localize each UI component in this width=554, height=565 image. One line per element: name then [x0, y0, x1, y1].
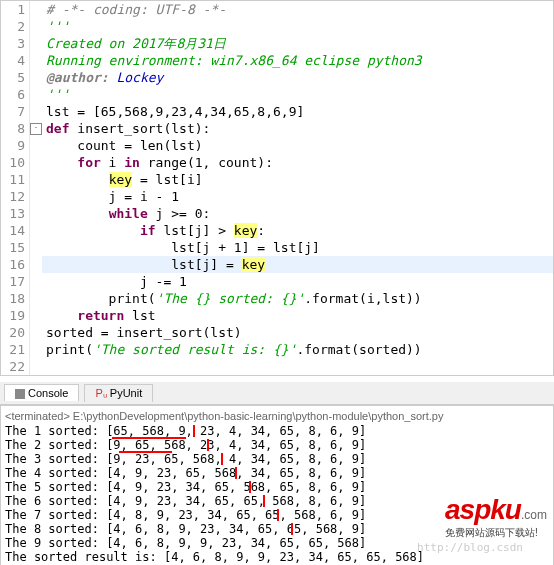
- console-line: The 6 sorted: [4, 9, 23, 34, 65, 65, 568…: [5, 494, 549, 508]
- code-line[interactable]: 4Running environment: win7.x86_64 eclips…: [1, 52, 553, 69]
- terminated-label: <terminated> E:\pythonDevelopment\python…: [5, 408, 549, 424]
- line-number: 10: [1, 154, 30, 171]
- code-content: lst[j] = key: [42, 256, 265, 273]
- code-content: # -*- coding: UTF-8 -*-: [42, 1, 226, 18]
- console-view[interactable]: <terminated> E:\pythonDevelopment\python…: [0, 405, 554, 565]
- tab-pyunit-label: PyUnit: [110, 387, 142, 399]
- code-line[interactable]: 2''': [1, 18, 553, 35]
- line-number: 5: [1, 69, 30, 86]
- code-line[interactable]: 10 for i in range(1, count):: [1, 154, 553, 171]
- code-content: j = i - 1: [42, 188, 179, 205]
- code-line[interactable]: 9 count = len(lst): [1, 137, 553, 154]
- code-content: count = len(lst): [42, 137, 203, 154]
- line-number: 1: [1, 1, 30, 18]
- code-content: @author: Lockey: [42, 69, 163, 86]
- fold-marker: [30, 154, 42, 171]
- code-content: ''': [42, 86, 69, 103]
- code-content: j -= 1: [42, 273, 187, 290]
- bar-mark: [277, 509, 281, 521]
- bar-mark: [193, 425, 197, 437]
- fold-marker[interactable]: -: [30, 120, 42, 137]
- bar-mark: [207, 439, 211, 451]
- code-line[interactable]: 16 lst[j] = key: [1, 256, 553, 273]
- line-number: 15: [1, 239, 30, 256]
- code-content: if lst[j] > key:: [42, 222, 265, 239]
- code-content: def insert_sort(lst):: [42, 120, 210, 137]
- code-line[interactable]: 8-def insert_sort(lst):: [1, 120, 553, 137]
- line-number: 19: [1, 307, 30, 324]
- tab-console-label: Console: [28, 387, 68, 399]
- code-line[interactable]: 21print('The sorted result is: {}'.forma…: [1, 341, 553, 358]
- code-line[interactable]: 19 return lst: [1, 307, 553, 324]
- console-line: The 8 sorted: [4, 6, 8, 9, 23, 34, 65, 6…: [5, 522, 549, 536]
- line-number: 17: [1, 273, 30, 290]
- code-content: sorted = insert_sort(lst): [42, 324, 242, 341]
- console-line: The 2 sorted: [9, 65, 568, 23, 4, 34, 65…: [5, 438, 549, 452]
- code-content: for i in range(1, count):: [42, 154, 273, 171]
- line-number: 2: [1, 18, 30, 35]
- line-number: 9: [1, 137, 30, 154]
- line-number: 7: [1, 103, 30, 120]
- bar-mark: [249, 481, 253, 493]
- code-line[interactable]: 14 if lst[j] > key:: [1, 222, 553, 239]
- code-line[interactable]: 20sorted = insert_sort(lst): [1, 324, 553, 341]
- code-content: lst[j + 1] = lst[j]: [42, 239, 320, 256]
- fold-marker: [30, 18, 42, 35]
- code-line[interactable]: 13 while j >= 0:: [1, 205, 553, 222]
- line-number: 18: [1, 290, 30, 307]
- code-content: while j >= 0:: [42, 205, 210, 222]
- tab-pyunit[interactable]: Pᵤ PyUnit: [84, 384, 153, 402]
- fold-marker: [30, 69, 42, 86]
- line-number: 11: [1, 171, 30, 188]
- code-editor[interactable]: 1# -*- coding: UTF-8 -*-2'''3Created on …: [0, 0, 554, 376]
- code-content: Running environment: win7.x86_64 eclipse…: [42, 52, 422, 69]
- fold-marker: [30, 307, 42, 324]
- code-content: Created on 2017年8月31日: [42, 35, 226, 52]
- bar-mark: [221, 453, 225, 465]
- code-line[interactable]: 5@author: Lockey: [1, 69, 553, 86]
- console-line: The 4 sorted: [4, 9, 23, 65, 568, 34, 65…: [5, 466, 549, 480]
- console-line: The 5 sorted: [4, 9, 23, 34, 65, 568, 65…: [5, 480, 549, 494]
- fold-marker: [30, 137, 42, 154]
- code-line[interactable]: 17 j -= 1: [1, 273, 553, 290]
- fold-marker: [30, 1, 42, 18]
- code-line[interactable]: 18 print('The {} sorted: {}'.format(i,ls…: [1, 290, 553, 307]
- fold-marker: [30, 324, 42, 341]
- fold-marker: [30, 273, 42, 290]
- code-line[interactable]: 1# -*- coding: UTF-8 -*-: [1, 1, 553, 18]
- line-number: 20: [1, 324, 30, 341]
- line-number: 12: [1, 188, 30, 205]
- code-line[interactable]: 12 j = i - 1: [1, 188, 553, 205]
- code-content: print('The sorted result is: {}'.format(…: [42, 341, 422, 358]
- code-line[interactable]: 11 key = lst[i]: [1, 171, 553, 188]
- line-number: 14: [1, 222, 30, 239]
- fold-marker: [30, 358, 42, 375]
- fold-marker: [30, 239, 42, 256]
- line-number: 4: [1, 52, 30, 69]
- line-number: 6: [1, 86, 30, 103]
- fold-marker: [30, 205, 42, 222]
- fold-marker: [30, 256, 42, 273]
- code-line[interactable]: 3Created on 2017年8月31日: [1, 35, 553, 52]
- pyunit-icon: Pᵤ: [95, 387, 106, 399]
- code-line[interactable]: 22: [1, 358, 553, 375]
- fold-marker: [30, 171, 42, 188]
- fold-marker: [30, 103, 42, 120]
- code-content: return lst: [42, 307, 156, 324]
- console-icon: [15, 389, 25, 399]
- code-line[interactable]: 7lst = [65,568,9,23,4,34,65,8,6,9]: [1, 103, 553, 120]
- code-line[interactable]: 6''': [1, 86, 553, 103]
- line-number: 16: [1, 256, 30, 273]
- code-line[interactable]: 15 lst[j + 1] = lst[j]: [1, 239, 553, 256]
- fold-marker: [30, 52, 42, 69]
- code-content: lst = [65,568,9,23,4,34,65,8,6,9]: [42, 103, 304, 120]
- code-content: print('The {} sorted: {}'.format(i,lst)): [42, 290, 422, 307]
- view-tabs: Console Pᵤ PyUnit: [0, 382, 554, 405]
- bar-mark: [263, 495, 267, 507]
- console-line: The 3 sorted: [9, 23, 65, 568, 4, 34, 65…: [5, 452, 549, 466]
- tab-console[interactable]: Console: [4, 384, 79, 401]
- console-line: The 7 sorted: [4, 8, 9, 23, 34, 65, 65, …: [5, 508, 549, 522]
- line-number: 22: [1, 358, 30, 375]
- line-number: 13: [1, 205, 30, 222]
- line-number: 3: [1, 35, 30, 52]
